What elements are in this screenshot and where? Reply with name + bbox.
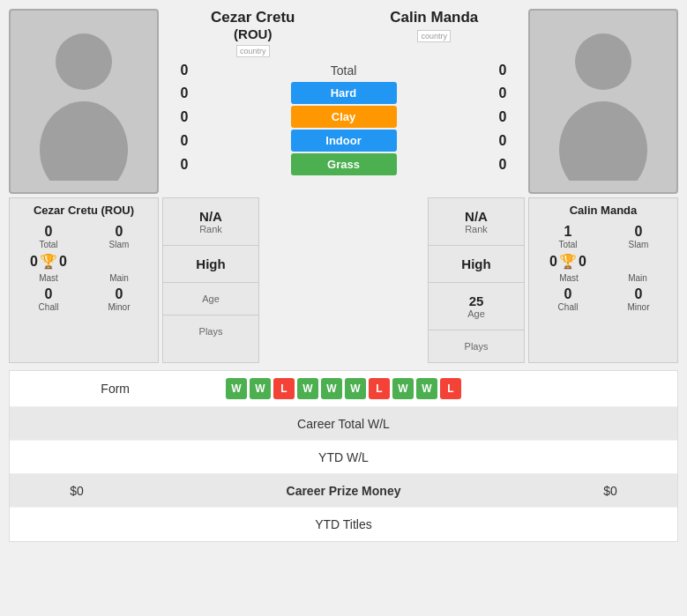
right-minor-stat: 0 Minor (605, 286, 672, 312)
left-stats-name: Cezar Cretu (ROU) (15, 204, 153, 217)
left-age-label: Age (170, 293, 251, 304)
total-score-row: 0 Total 0 (162, 63, 525, 78)
right-high-row: High (429, 246, 524, 283)
right-total-value: 1 (534, 224, 601, 240)
hard-score-right: 0 (489, 85, 516, 101)
svg-point-2 (575, 33, 631, 90)
form-row: Form WWLWWWLWWL (10, 371, 677, 407)
right-mast-label: Mast (559, 273, 579, 283)
indoor-button[interactable]: Indoor (291, 130, 397, 152)
ytd-titles-label: YTD Titles (315, 517, 372, 531)
svg-point-3 (559, 101, 647, 181)
indoor-score-right: 0 (489, 133, 516, 149)
left-total-value: 0 (15, 224, 82, 240)
right-plays-row: Plays (429, 330, 524, 362)
form-badge-3: W (297, 378, 318, 399)
hard-score-left: 0 (171, 85, 198, 101)
right-player-header: Calin Manda country (344, 9, 526, 57)
ytd-label: YTD W/L (318, 450, 369, 464)
career-prize-label: Career Prize Money (130, 484, 557, 498)
left-rank-row: N/A Rank (163, 198, 258, 246)
right-player-stats: Calin Manda 1 Total 0 Slam 0 🏆 0 (528, 197, 678, 363)
form-label: Form (24, 382, 130, 396)
left-chall-stat: 0 Chall (15, 286, 82, 312)
left-chall-value: 0 (15, 286, 82, 302)
right-mast-main-labels: Mast Main (534, 273, 672, 283)
right-main-value: 0 (579, 254, 586, 270)
right-total-label: Total (534, 240, 601, 249)
left-rank-value: N/A (170, 209, 251, 224)
left-player-name: Cezar Cretu (162, 9, 344, 26)
left-chall-label: Chall (15, 302, 82, 312)
ytd-titles-row: YTD Titles (10, 508, 677, 541)
clay-score-left: 0 (171, 109, 198, 125)
right-slam-value: 0 (605, 224, 672, 240)
left-stats-grid-2: Mast Main (15, 273, 153, 283)
right-main-label: Main (628, 273, 647, 283)
form-badge-0: W (226, 378, 247, 399)
right-rank-row: N/A Rank (429, 198, 524, 246)
right-age-value: 25 (436, 293, 517, 308)
right-rank-value: N/A (436, 209, 517, 224)
left-plays-label: Plays (170, 326, 251, 337)
left-slam-label: Slam (86, 240, 153, 249)
left-prize: $0 (24, 484, 130, 498)
svg-point-1 (40, 101, 128, 181)
right-high-value: High (436, 256, 517, 271)
form-badge-6: L (369, 378, 390, 399)
ytd-row: YTD W/L (10, 441, 677, 474)
left-total-stat: 0 Total (15, 224, 82, 249)
form-badge-9: L (440, 378, 461, 399)
form-badge-2: L (273, 378, 295, 399)
form-badge-7: W (392, 378, 414, 399)
right-stats-grid: 1 Total 0 Slam (534, 224, 672, 249)
left-slam-stat: 0 Slam (86, 224, 153, 249)
left-minor-stat: 0 Minor (86, 286, 153, 312)
surface-scores: 0 Hard 0 0 Clay 0 0 Indoor 0 0 Grass (162, 82, 525, 175)
main-container: Cezar Cretu (ROU) country Calin Manda co… (0, 0, 687, 553)
left-mast-label-stat: Mast (15, 273, 82, 283)
left-country-flag: country (236, 45, 270, 57)
left-slam-value: 0 (86, 224, 153, 240)
right-player-name: Calin Manda (344, 9, 526, 26)
left-player-country: (ROU) (162, 26, 344, 41)
right-total-stat: 1 Total (534, 224, 601, 249)
player-comparison-row: Cezar Cretu (ROU) country Calin Manda co… (9, 9, 678, 194)
stats-row: Cezar Cretu (ROU) 0 Total 0 Slam 0 🏆 0 (9, 197, 678, 363)
left-player-header: Cezar Cretu (ROU) country (162, 9, 344, 57)
left-total-label: Total (15, 240, 82, 249)
form-badge-4: W (321, 378, 342, 399)
form-badges-container: WWLWWWLWWL (130, 378, 557, 399)
right-trophy-icon: 🏆 (559, 253, 577, 270)
left-main-label-stat: Main (86, 273, 153, 283)
total-score-left: 0 (171, 63, 198, 78)
info-rows: Form WWLWWWLWWL Career Total W/L YTD W/L… (9, 370, 678, 542)
right-age-row: 25 Age (429, 283, 524, 330)
clay-button[interactable]: Clay (291, 106, 397, 128)
grass-score-right: 0 (489, 157, 516, 173)
right-mast-stat: 0 🏆 0 (534, 253, 601, 270)
right-minor-label: Minor (605, 302, 672, 312)
left-main-value: 0 (59, 254, 67, 270)
career-total-row: Career Total W/L (10, 407, 677, 441)
right-center-stats: N/A Rank High 25 Age Plays (428, 197, 525, 363)
left-minor-value: 0 (86, 286, 153, 302)
total-label: Total (198, 63, 489, 78)
right-minor-value: 0 (605, 286, 672, 302)
center-column: Cezar Cretu (ROU) country Calin Manda co… (162, 9, 525, 194)
right-chall-label: Chall (534, 302, 601, 312)
right-stats-grid-2: 0 🏆 0 (534, 253, 672, 270)
right-plays-label: Plays (436, 341, 517, 352)
right-chall-stat: 0 Chall (534, 286, 601, 312)
clay-row: 0 Clay 0 (162, 106, 525, 128)
grass-score-left: 0 (171, 157, 198, 173)
hard-button[interactable]: Hard (291, 82, 397, 104)
left-plays-row: Plays (163, 315, 258, 347)
form-badge-1: W (250, 378, 271, 399)
grass-row: 0 Grass 0 (162, 153, 525, 175)
svg-point-0 (56, 33, 112, 90)
grass-button[interactable]: Grass (291, 153, 397, 175)
right-slam-stat: 0 Slam (605, 224, 672, 249)
right-mast-value: 0 (549, 254, 557, 270)
indoor-score-left: 0 (171, 133, 198, 149)
